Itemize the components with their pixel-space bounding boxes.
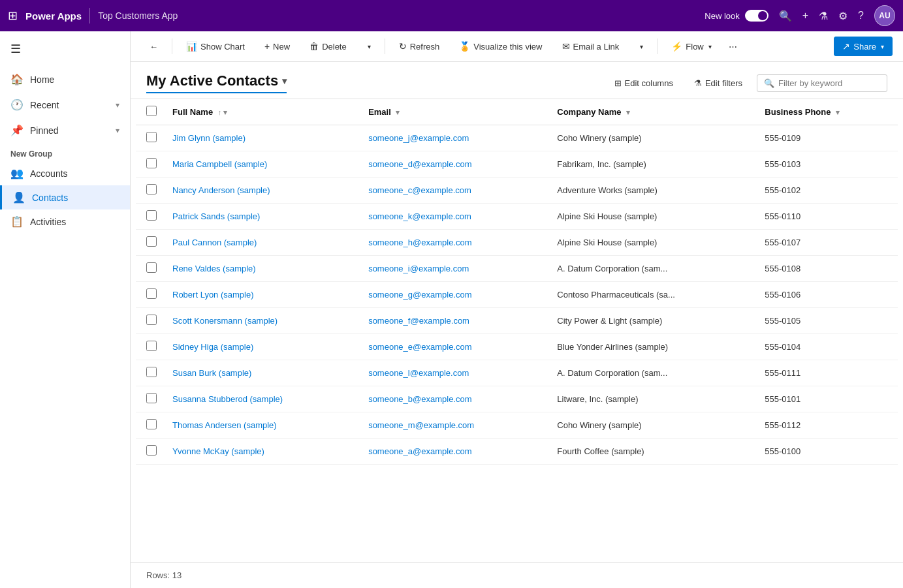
chevron-down-icon-delete: ▾ — [368, 43, 371, 50]
row-phone-1: 555-0103 — [757, 151, 898, 178]
row-checkbox-4[interactable] — [146, 236, 157, 247]
sidebar-item-recent[interactable]: 🕐 Recent ▾ — [0, 92, 130, 117]
grid-icon[interactable]: ⊞ — [8, 8, 18, 23]
sidebar-recent-label: Recent — [30, 100, 59, 110]
columns-icon: ⊞ — [614, 78, 622, 88]
row-full-name-5[interactable]: Rene Valdes (sample) — [165, 256, 360, 282]
row-full-name-0[interactable]: Jim Glynn (sample) — [165, 125, 360, 151]
row-checkbox-5[interactable] — [146, 262, 157, 273]
table-row: Nancy Anderson (sample) someone_c@exampl… — [136, 178, 898, 204]
row-company-4: Alpine Ski House (sample) — [549, 230, 757, 256]
view-title-chevron-icon[interactable]: ▾ — [282, 76, 287, 86]
chevron-down-icon-flow: ▾ — [708, 43, 712, 50]
email-link-dropdown-button[interactable]: ▾ — [630, 39, 652, 55]
delete-dropdown-button[interactable]: ▾ — [358, 39, 379, 55]
show-chart-button[interactable]: 📊 Show Chart — [178, 37, 253, 56]
row-full-name-11[interactable]: Thomas Andersen (sample) — [165, 412, 360, 439]
col-email[interactable]: Email ▾ — [360, 99, 549, 125]
row-full-name-3[interactable]: Patrick Sands (sample) — [165, 204, 360, 230]
row-full-name-2[interactable]: Nancy Anderson (sample) — [165, 178, 360, 204]
visualize-button[interactable]: 🏅 Visualize this view — [451, 37, 550, 56]
row-phone-7: 555-0105 — [757, 308, 898, 334]
row-full-name-10[interactable]: Susanna Stubberod (sample) — [165, 386, 360, 412]
row-checkbox-12[interactable] — [146, 445, 157, 456]
sidebar-item-contacts[interactable]: 👤 Contacts — [0, 185, 130, 209]
delete-button[interactable]: 🗑 Delete — [301, 37, 355, 56]
select-all-checkbox[interactable] — [146, 106, 157, 116]
filter-keyword-input[interactable] — [778, 78, 880, 88]
row-checkbox-10[interactable] — [146, 393, 157, 403]
row-checkbox-0[interactable] — [146, 132, 157, 142]
refresh-button[interactable]: ↻ Refresh — [390, 37, 449, 56]
sidebar-item-activities[interactable]: 📋 Activities — [0, 209, 130, 234]
view-title-text: My Active Contacts — [146, 72, 278, 89]
app-title: Power Apps — [25, 10, 82, 22]
row-full-name-9[interactable]: Susan Burk (sample) — [165, 360, 360, 386]
sub-title: Top Customers App — [98, 10, 178, 21]
table-row: Susan Burk (sample) someone_l@example.co… — [136, 360, 898, 386]
help-icon[interactable]: ? — [858, 10, 864, 22]
row-checkbox-9[interactable] — [146, 367, 157, 377]
sidebar-item-accounts[interactable]: 👥 Accounts — [0, 161, 130, 185]
back-button[interactable]: ← — [141, 37, 166, 56]
row-email-6[interactable]: someone_g@example.com — [360, 282, 549, 308]
col-email-label: Email — [368, 107, 391, 117]
col-business-phone[interactable]: Business Phone ▾ — [757, 99, 898, 125]
row-email-1[interactable]: someone_d@example.com — [360, 151, 549, 178]
search-icon[interactable]: 🔍 — [779, 10, 792, 22]
row-email-10[interactable]: someone_b@example.com — [360, 386, 549, 412]
row-email-0[interactable]: someone_j@example.com — [360, 125, 549, 151]
row-email-8[interactable]: someone_e@example.com — [360, 334, 549, 360]
col-company-name[interactable]: Company Name ▾ — [549, 99, 757, 125]
toolbar-divider-1 — [172, 39, 172, 54]
new-look-toggle[interactable] — [745, 10, 768, 22]
filter-icon[interactable]: ⚗ — [819, 10, 828, 22]
row-checkbox-6[interactable] — [146, 288, 157, 299]
row-checkbox-7[interactable] — [146, 315, 157, 325]
col-full-name[interactable]: Full Name ↑ ▾ — [165, 99, 360, 125]
row-company-2: Adventure Works (sample) — [549, 178, 757, 204]
row-full-name-12[interactable]: Yvonne McKay (sample) — [165, 439, 360, 465]
row-full-name-1[interactable]: Maria Campbell (sample) — [165, 151, 360, 178]
row-company-10: Litware, Inc. (sample) — [549, 386, 757, 412]
row-checkbox-8[interactable] — [146, 341, 157, 351]
row-checkbox-cell — [136, 204, 165, 230]
new-label: New — [273, 42, 290, 52]
new-button[interactable]: + New — [256, 37, 298, 56]
row-email-9[interactable]: someone_l@example.com — [360, 360, 549, 386]
edit-columns-button[interactable]: ⊞ Edit columns — [608, 74, 680, 92]
edit-filters-button[interactable]: ⚗ Edit filters — [688, 74, 749, 92]
avatar[interactable]: AU — [874, 5, 895, 26]
flow-button[interactable]: ⚡ Flow ▾ — [663, 37, 720, 56]
row-email-7[interactable]: someone_f@example.com — [360, 308, 549, 334]
sidebar-item-pinned[interactable]: 📌 Pinned ▾ — [0, 117, 130, 143]
row-full-name-7[interactable]: Scott Konersmann (sample) — [165, 308, 360, 334]
more-options-button[interactable]: ⋯ — [723, 37, 743, 56]
row-email-4[interactable]: someone_h@example.com — [360, 230, 549, 256]
row-company-9: A. Datum Corporation (sam... — [549, 360, 757, 386]
row-checkbox-2[interactable] — [146, 184, 157, 194]
filter-search[interactable]: 🔍 — [757, 74, 887, 92]
hamburger-icon[interactable]: ☰ — [0, 31, 130, 67]
row-email-11[interactable]: someone_m@example.com — [360, 412, 549, 439]
row-checkbox-1[interactable] — [146, 158, 157, 168]
row-email-12[interactable]: someone_a@example.com — [360, 439, 549, 465]
sidebar-item-home[interactable]: 🏠 Home — [0, 67, 130, 92]
row-checkbox-11[interactable] — [146, 419, 157, 429]
row-email-5[interactable]: someone_i@example.com — [360, 256, 549, 282]
row-full-name-6[interactable]: Robert Lyon (sample) — [165, 282, 360, 308]
row-full-name-8[interactable]: Sidney Higa (sample) — [165, 334, 360, 360]
row-email-2[interactable]: someone_c@example.com — [360, 178, 549, 204]
back-icon: ← — [150, 42, 158, 52]
row-full-name-4[interactable]: Paul Cannon (sample) — [165, 230, 360, 256]
chevron-down-icon-2: ▾ — [116, 126, 119, 135]
row-checkbox-cell — [136, 125, 165, 151]
row-email-3[interactable]: someone_k@example.com — [360, 204, 549, 230]
topbar: ⊞ Power Apps Top Customers App New look … — [0, 0, 903, 31]
email-link-button[interactable]: ✉ Email a Link — [554, 37, 628, 56]
view-title: My Active Contacts ▾ — [146, 72, 287, 93]
add-icon[interactable]: + — [802, 10, 808, 22]
settings-icon[interactable]: ⚙ — [838, 10, 848, 22]
share-button[interactable]: ↗ Share ▾ — [834, 37, 893, 56]
row-checkbox-3[interactable] — [146, 210, 157, 221]
